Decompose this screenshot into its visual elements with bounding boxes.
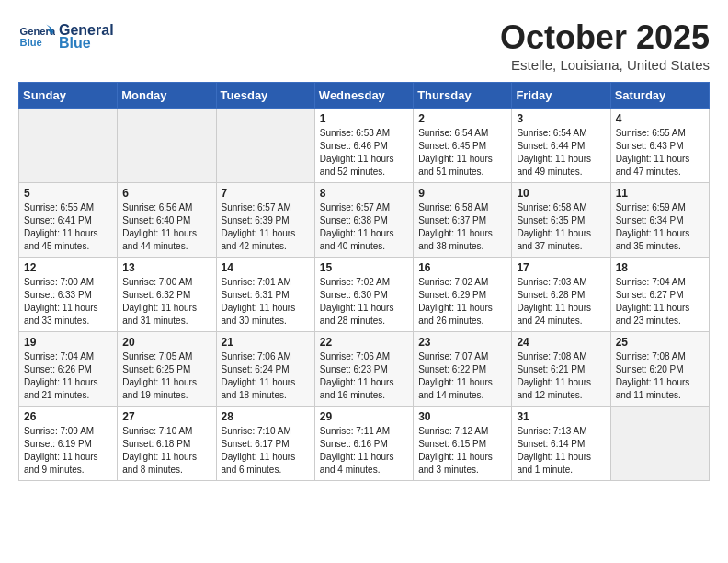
day-number: 5	[24, 187, 112, 200]
day-number: 11	[616, 187, 704, 200]
location: Estelle, Louisiana, United States	[500, 57, 710, 73]
page-header: General Blue General Blue October 2025 E…	[18, 18, 710, 73]
calendar-week-4: 19Sunrise: 7:04 AM Sunset: 6:26 PM Dayli…	[19, 332, 710, 407]
day-number: 4	[616, 112, 704, 125]
day-info: Sunrise: 7:00 AM Sunset: 6:32 PM Dayligh…	[122, 276, 210, 327]
day-number: 1	[320, 112, 408, 125]
day-info: Sunrise: 6:57 AM Sunset: 6:38 PM Dayligh…	[320, 201, 408, 253]
calendar-week-2: 5Sunrise: 6:55 AM Sunset: 6:41 PM Daylig…	[19, 183, 710, 258]
calendar-cell	[216, 109, 314, 183]
day-number: 7	[222, 187, 310, 200]
calendar-cell	[610, 407, 709, 481]
calendar-week-5: 26Sunrise: 7:09 AM Sunset: 6:19 PM Dayli…	[19, 407, 710, 481]
calendar-cell: 10Sunrise: 6:58 AM Sunset: 6:35 PM Dayli…	[512, 183, 610, 258]
calendar-cell: 16Sunrise: 7:02 AM Sunset: 6:29 PM Dayli…	[414, 258, 512, 332]
day-number: 18	[616, 261, 704, 274]
day-info: Sunrise: 7:10 AM Sunset: 6:18 PM Dayligh…	[122, 425, 210, 477]
day-info: Sunrise: 7:03 AM Sunset: 6:28 PM Dayligh…	[517, 276, 605, 327]
calendar-cell: 5Sunrise: 6:55 AM Sunset: 6:41 PM Daylig…	[19, 183, 118, 258]
day-info: Sunrise: 7:09 AM Sunset: 6:19 PM Dayligh…	[24, 425, 112, 477]
calendar-cell: 8Sunrise: 6:57 AM Sunset: 6:38 PM Daylig…	[314, 183, 413, 258]
day-info: Sunrise: 6:55 AM Sunset: 6:41 PM Dayligh…	[24, 201, 112, 253]
title-block: October 2025 Estelle, Louisiana, United …	[500, 18, 710, 73]
calendar-cell	[118, 109, 216, 183]
calendar-table: SundayMondayTuesdayWednesdayThursdayFrid…	[18, 82, 710, 481]
day-info: Sunrise: 7:10 AM Sunset: 6:17 PM Dayligh…	[222, 425, 310, 477]
calendar-header-row: SundayMondayTuesdayWednesdayThursdayFrid…	[19, 83, 710, 109]
col-header-thursday: Thursday	[414, 83, 512, 109]
calendar-cell	[19, 109, 118, 183]
day-number: 3	[517, 112, 605, 125]
calendar-cell: 4Sunrise: 6:55 AM Sunset: 6:43 PM Daylig…	[610, 109, 709, 183]
day-info: Sunrise: 7:04 AM Sunset: 6:26 PM Dayligh…	[24, 350, 112, 402]
day-info: Sunrise: 7:04 AM Sunset: 6:27 PM Dayligh…	[616, 276, 704, 327]
day-number: 20	[122, 336, 210, 349]
day-number: 9	[418, 187, 506, 200]
day-info: Sunrise: 6:55 AM Sunset: 6:43 PM Dayligh…	[616, 127, 704, 178]
day-info: Sunrise: 7:01 AM Sunset: 6:31 PM Dayligh…	[222, 276, 310, 327]
calendar-cell: 29Sunrise: 7:11 AM Sunset: 6:16 PM Dayli…	[314, 407, 413, 481]
day-info: Sunrise: 6:59 AM Sunset: 6:34 PM Dayligh…	[616, 201, 704, 253]
day-info: Sunrise: 7:07 AM Sunset: 6:22 PM Dayligh…	[418, 350, 506, 402]
calendar-cell: 3Sunrise: 6:54 AM Sunset: 6:44 PM Daylig…	[512, 109, 610, 183]
calendar-cell: 2Sunrise: 6:54 AM Sunset: 6:45 PM Daylig…	[414, 109, 512, 183]
day-number: 29	[320, 410, 408, 423]
calendar-cell: 28Sunrise: 7:10 AM Sunset: 6:17 PM Dayli…	[216, 407, 314, 481]
day-number: 15	[320, 261, 408, 274]
calendar-cell: 31Sunrise: 7:13 AM Sunset: 6:14 PM Dayli…	[512, 407, 610, 481]
day-number: 23	[418, 336, 506, 349]
col-header-wednesday: Wednesday	[314, 83, 413, 109]
calendar-cell: 22Sunrise: 7:06 AM Sunset: 6:23 PM Dayli…	[314, 332, 413, 407]
day-info: Sunrise: 6:54 AM Sunset: 6:45 PM Dayligh…	[418, 127, 506, 178]
calendar-cell: 20Sunrise: 7:05 AM Sunset: 6:25 PM Dayli…	[118, 332, 216, 407]
day-number: 17	[517, 261, 605, 274]
day-number: 30	[418, 410, 506, 423]
day-number: 10	[517, 187, 605, 200]
logo: General Blue General Blue	[18, 18, 114, 55]
calendar-cell: 13Sunrise: 7:00 AM Sunset: 6:32 PM Dayli…	[118, 258, 216, 332]
calendar-cell: 12Sunrise: 7:00 AM Sunset: 6:33 PM Dayli…	[19, 258, 118, 332]
day-number: 14	[222, 261, 310, 274]
calendar-cell: 9Sunrise: 6:58 AM Sunset: 6:37 PM Daylig…	[414, 183, 512, 258]
month-title: October 2025	[500, 18, 710, 57]
logo-text: General Blue	[59, 22, 114, 52]
day-number: 8	[320, 187, 408, 200]
day-info: Sunrise: 7:11 AM Sunset: 6:16 PM Dayligh…	[320, 425, 408, 477]
calendar-cell: 1Sunrise: 6:53 AM Sunset: 6:46 PM Daylig…	[314, 109, 413, 183]
day-info: Sunrise: 6:57 AM Sunset: 6:39 PM Dayligh…	[222, 201, 310, 253]
calendar-cell: 27Sunrise: 7:10 AM Sunset: 6:18 PM Dayli…	[118, 407, 216, 481]
day-number: 12	[24, 261, 112, 274]
day-number: 31	[517, 410, 605, 423]
day-number: 21	[222, 336, 310, 349]
calendar-cell: 14Sunrise: 7:01 AM Sunset: 6:31 PM Dayli…	[216, 258, 314, 332]
calendar-cell: 11Sunrise: 6:59 AM Sunset: 6:34 PM Dayli…	[610, 183, 709, 258]
svg-text:Blue: Blue	[20, 37, 42, 48]
day-number: 16	[418, 261, 506, 274]
calendar-cell: 24Sunrise: 7:08 AM Sunset: 6:21 PM Dayli…	[512, 332, 610, 407]
calendar-week-1: 1Sunrise: 6:53 AM Sunset: 6:46 PM Daylig…	[19, 109, 710, 183]
calendar-cell: 7Sunrise: 6:57 AM Sunset: 6:39 PM Daylig…	[216, 183, 314, 258]
day-number: 28	[222, 410, 310, 423]
day-info: Sunrise: 7:13 AM Sunset: 6:14 PM Dayligh…	[517, 425, 605, 477]
day-number: 22	[320, 336, 408, 349]
day-info: Sunrise: 6:54 AM Sunset: 6:44 PM Dayligh…	[517, 127, 605, 178]
calendar-cell: 23Sunrise: 7:07 AM Sunset: 6:22 PM Dayli…	[414, 332, 512, 407]
day-info: Sunrise: 7:02 AM Sunset: 6:29 PM Dayligh…	[418, 276, 506, 327]
day-info: Sunrise: 7:08 AM Sunset: 6:21 PM Dayligh…	[517, 350, 605, 402]
day-info: Sunrise: 7:12 AM Sunset: 6:15 PM Dayligh…	[418, 425, 506, 477]
day-number: 6	[122, 187, 210, 200]
day-info: Sunrise: 7:02 AM Sunset: 6:30 PM Dayligh…	[320, 276, 408, 327]
day-info: Sunrise: 6:58 AM Sunset: 6:35 PM Dayligh…	[517, 201, 605, 253]
calendar-cell: 6Sunrise: 6:56 AM Sunset: 6:40 PM Daylig…	[118, 183, 216, 258]
calendar-cell: 26Sunrise: 7:09 AM Sunset: 6:19 PM Dayli…	[19, 407, 118, 481]
day-info: Sunrise: 7:00 AM Sunset: 6:33 PM Dayligh…	[24, 276, 112, 327]
day-info: Sunrise: 7:08 AM Sunset: 6:20 PM Dayligh…	[616, 350, 704, 402]
day-info: Sunrise: 7:06 AM Sunset: 6:23 PM Dayligh…	[320, 350, 408, 402]
calendar-cell: 18Sunrise: 7:04 AM Sunset: 6:27 PM Dayli…	[610, 258, 709, 332]
col-header-friday: Friday	[512, 83, 610, 109]
day-number: 2	[418, 112, 506, 125]
day-info: Sunrise: 7:05 AM Sunset: 6:25 PM Dayligh…	[122, 350, 210, 402]
calendar-cell: 30Sunrise: 7:12 AM Sunset: 6:15 PM Dayli…	[414, 407, 512, 481]
day-info: Sunrise: 6:58 AM Sunset: 6:37 PM Dayligh…	[418, 201, 506, 253]
day-number: 27	[122, 410, 210, 423]
